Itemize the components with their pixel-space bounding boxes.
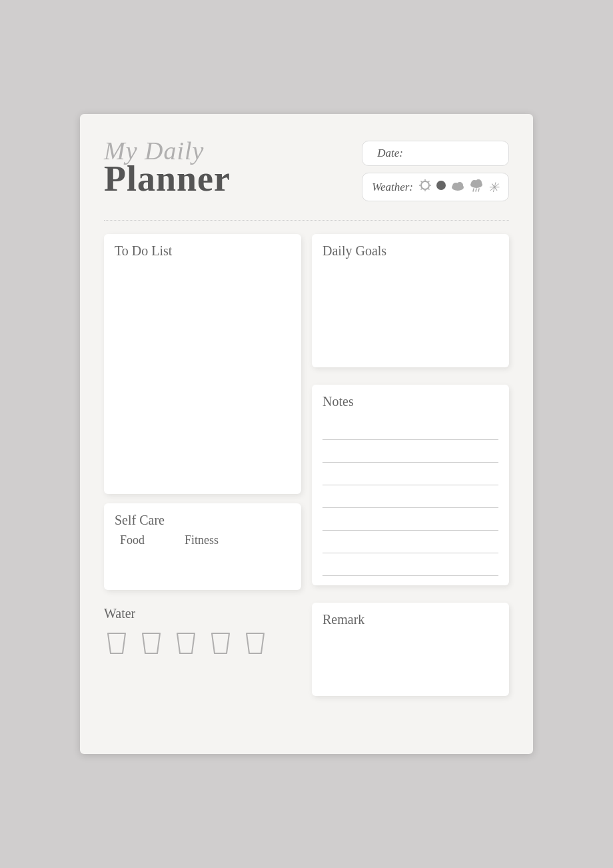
water-cup-5[interactable]: [243, 628, 268, 657]
fitness-label: Fitness: [185, 533, 219, 547]
daily-goals-section: Daily Goals: [312, 234, 509, 367]
svg-point-15: [475, 179, 482, 186]
date-label: Date:: [377, 147, 403, 159]
water-cup-3[interactable]: [173, 628, 199, 657]
weather-icon-snow: ✳: [488, 179, 499, 195]
svg-point-9: [436, 181, 446, 190]
self-care-title: Self Care: [115, 513, 291, 528]
daily-goals-title: Daily Goals: [322, 243, 498, 259]
note-line-7[interactable]: [322, 553, 498, 576]
svg-point-12: [456, 182, 463, 189]
svg-line-17: [476, 189, 476, 191]
todo-title: To Do List: [115, 243, 291, 259]
main-grid: To Do List Self Care Food Fitness Water: [104, 234, 509, 705]
food-label: Food: [120, 533, 145, 547]
water-title: Water: [104, 606, 301, 621]
svg-line-7: [428, 181, 430, 183]
water-cups: [104, 628, 301, 657]
weather-icon-sun: [418, 179, 432, 195]
svg-line-16: [473, 189, 474, 191]
water-section: Water: [104, 599, 301, 657]
weather-icon-cloud: [450, 180, 465, 194]
water-cup-1[interactable]: [104, 628, 129, 657]
note-line-5[interactable]: [322, 508, 498, 531]
note-line-3[interactable]: [322, 463, 498, 485]
left-column: To Do List Self Care Food Fitness Water: [104, 234, 301, 705]
svg-line-6: [428, 189, 430, 190]
header: My Daily Planner Date: Weather:: [104, 138, 509, 201]
notes-section: Notes: [312, 385, 509, 585]
planner-page: My Daily Planner Date: Weather:: [80, 114, 533, 754]
water-cup-4[interactable]: [208, 628, 233, 657]
self-care-row: Food Fitness: [115, 533, 291, 547]
weather-icon-rain: [469, 179, 484, 195]
date-box[interactable]: Date:: [362, 141, 509, 166]
date-value: [406, 147, 448, 159]
header-separator: [104, 220, 509, 221]
remark-section: Remark: [312, 603, 509, 696]
title-block: My Daily Planner: [104, 138, 231, 197]
header-right: Date: Weather:: [362, 141, 509, 201]
svg-point-0: [421, 181, 429, 189]
self-care-section: Self Care Food Fitness: [104, 503, 301, 590]
title-bold: Planner: [104, 161, 231, 197]
remark-title: Remark: [322, 612, 498, 627]
svg-line-5: [421, 181, 422, 183]
svg-line-18: [478, 189, 479, 191]
water-cup-2[interactable]: [139, 628, 164, 657]
weather-label: Weather:: [372, 181, 413, 194]
todo-section: To Do List: [104, 234, 301, 494]
note-line-2[interactable]: [322, 440, 498, 463]
weather-icon-cloud-dark: [436, 180, 446, 194]
notes-lines: [322, 417, 498, 576]
note-line-1[interactable]: [322, 417, 498, 440]
note-line-4[interactable]: [322, 485, 498, 508]
weather-box: Weather:: [362, 173, 509, 201]
note-line-6[interactable]: [322, 531, 498, 553]
notes-title: Notes: [322, 394, 498, 409]
right-column: Daily Goals Notes Remark: [312, 234, 509, 705]
weather-icons: ✳: [418, 179, 499, 195]
svg-line-8: [421, 189, 422, 190]
